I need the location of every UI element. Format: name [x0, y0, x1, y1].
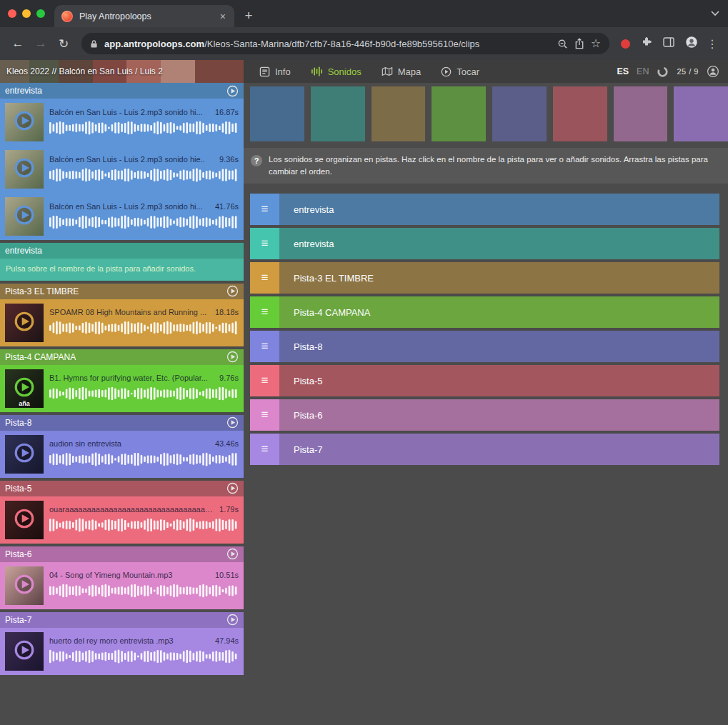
- clip-item[interactable]: 04 - Song of Yimeng Mountain.mp310.51s: [0, 562, 244, 609]
- lang-en-button[interactable]: EN: [637, 66, 649, 76]
- tab-sonidos[interactable]: Sonidos: [301, 60, 372, 83]
- track-swatch[interactable]: [432, 86, 486, 141]
- track-row-body[interactable]: entrevista: [279, 194, 719, 225]
- track-play-button[interactable]: [226, 482, 239, 494]
- clip-item[interactable]: Balcón en San Luis - Luis 2.mp3 sonido h…: [0, 146, 244, 193]
- drag-handle-icon[interactable]: ≡: [250, 296, 279, 328]
- clip-item[interactable]: ouaraaaaaaaaaaaaaaaaaaaaaaaaaaaaaaaaa...…: [0, 496, 244, 544]
- reload-button[interactable]: ↻: [53, 33, 74, 54]
- back-button[interactable]: ←: [7, 33, 29, 54]
- clip-item[interactable]: Balcón en San Luis - Luis 2.mp3 sonido h…: [0, 99, 244, 146]
- bookmark-star-icon[interactable]: ☆: [591, 38, 601, 49]
- track-row[interactable]: ≡Pista-8: [250, 331, 719, 362]
- account-icon[interactable]: [707, 65, 719, 78]
- track-row[interactable]: ≡Pista-5: [250, 365, 719, 396]
- forward-button[interactable]: →: [30, 33, 51, 54]
- track-header[interactable]: entrevista: [0, 243, 244, 259]
- track-play-button[interactable]: [226, 416, 239, 429]
- track-header[interactable]: Pista-3 EL TIMBRE: [0, 284, 244, 299]
- zoom-icon[interactable]: [557, 39, 568, 49]
- address-bar[interactable]: app.antropoloops.com/Kleos-Santa-Marina/…: [81, 33, 609, 54]
- track-header[interactable]: Pista-5: [0, 481, 244, 496]
- track-play-button[interactable]: [226, 351, 239, 363]
- track-header[interactable]: Pista-6: [0, 546, 244, 562]
- extensions-puzzle-icon[interactable]: [641, 36, 652, 51]
- sidebar-track: entrevistaBalcón en San Luis - Luis 2.mp…: [0, 83, 244, 240]
- clip-item[interactable]: huerto del rey moro entrevista .mp347.94…: [0, 628, 244, 675]
- lock-icon: [90, 39, 98, 49]
- track-row[interactable]: ≡Pista-7: [250, 434, 719, 465]
- drag-handle-icon[interactable]: ≡: [250, 228, 279, 259]
- clip-item[interactable]: audion sin entrevista43.46s: [0, 431, 244, 478]
- sidebar-track: Pista-8audion sin entrevista43.46s: [0, 415, 244, 478]
- clip-thumbnail: [5, 103, 44, 141]
- breadcrumb[interactable]: Kleos 2022 // Balcón en San Luis / Luis …: [0, 60, 244, 83]
- drag-handle-icon[interactable]: ≡: [250, 331, 279, 362]
- track-swatch[interactable]: [674, 86, 728, 141]
- track-row-label: Pista-4 CAMPANA: [279, 307, 370, 318]
- track-play-button[interactable]: [226, 614, 239, 626]
- track-row-body[interactable]: Pista-7: [279, 434, 719, 465]
- drag-handle-icon[interactable]: ≡: [250, 194, 279, 225]
- track-row-body[interactable]: Pista-3 EL TIMBRE: [279, 262, 719, 294]
- track-play-button[interactable]: [226, 285, 239, 297]
- clip-item[interactable]: SPOAMR 08 High Mountains and Running ...…: [0, 299, 244, 346]
- clip-play-icon[interactable]: [13, 109, 36, 135]
- track-header[interactable]: Pista-8: [0, 415, 244, 431]
- drag-handle-icon[interactable]: ≡: [250, 262, 279, 294]
- track-row[interactable]: ≡Pista-3 EL TIMBRE: [250, 262, 719, 294]
- tab-search-chevron-icon[interactable]: [711, 0, 719, 27]
- track-swatch[interactable]: [250, 86, 304, 141]
- profile-avatar-icon[interactable]: [685, 36, 698, 51]
- tab-close-icon[interactable]: ×: [219, 11, 227, 22]
- clip-body: huerto del rey moro entrevista .mp347.94…: [49, 636, 239, 666]
- track-row[interactable]: ≡entrevista: [250, 194, 719, 225]
- window-zoom-button[interactable]: [36, 9, 45, 18]
- clip-item[interactable]: añaB1. Hymns for purifying water, Etc. (…: [0, 365, 244, 412]
- clip-play-icon[interactable]: [13, 441, 36, 467]
- tab-tocar[interactable]: Tocar: [431, 60, 489, 83]
- track-row[interactable]: ≡Pista-4 CAMPANA: [250, 296, 719, 328]
- track-row-body[interactable]: Pista-5: [279, 365, 719, 396]
- track-swatch[interactable]: [311, 86, 365, 141]
- track-play-button[interactable]: [226, 85, 239, 97]
- share-icon[interactable]: [574, 38, 584, 49]
- drag-handle-icon[interactable]: ≡: [250, 434, 279, 465]
- clip-item[interactable]: Balcón en San Luis - Luis 2.mp3 sonido h…: [0, 193, 244, 240]
- drag-handle-icon[interactable]: ≡: [250, 399, 279, 431]
- track-row-body[interactable]: Pista-8: [279, 331, 719, 362]
- track-header[interactable]: Pista-7: [0, 612, 244, 628]
- track-row-body[interactable]: Pista-6: [279, 399, 719, 431]
- help-banner: ? Los sonidos se organizan en pistas. Ha…: [244, 148, 728, 184]
- window-minimize-button[interactable]: [22, 9, 31, 18]
- clip-play-icon[interactable]: [13, 376, 36, 401]
- browser-tab[interactable]: Play Antropoloops ×: [54, 5, 234, 27]
- window-close-button[interactable]: [8, 9, 16, 18]
- clip-play-icon[interactable]: [13, 573, 36, 599]
- new-tab-button[interactable]: +: [239, 6, 259, 26]
- side-panel-icon[interactable]: [663, 37, 674, 50]
- clip-thumbnail: aña: [5, 369, 44, 408]
- track-swatch[interactable]: [614, 86, 668, 141]
- clip-play-icon[interactable]: [13, 204, 36, 229]
- record-extension-icon[interactable]: [621, 39, 630, 49]
- browser-menu-icon[interactable]: ⋮: [704, 37, 721, 51]
- clip-play-icon[interactable]: [13, 507, 36, 533]
- track-swatch[interactable]: [372, 86, 426, 141]
- track-header[interactable]: entrevista: [0, 83, 244, 99]
- track-row[interactable]: ≡entrevista: [250, 228, 719, 259]
- track-row[interactable]: ≡Pista-6: [250, 399, 719, 431]
- clip-play-icon[interactable]: [13, 156, 36, 182]
- lang-es-button[interactable]: ES: [617, 66, 629, 76]
- track-play-button[interactable]: [226, 548, 239, 560]
- track-swatch[interactable]: [492, 86, 547, 141]
- drag-handle-icon[interactable]: ≡: [250, 365, 279, 396]
- tab-info[interactable]: Info: [249, 60, 301, 83]
- track-row-body[interactable]: entrevista: [279, 228, 719, 259]
- track-header[interactable]: Pista-4 CAMPANA: [0, 349, 244, 365]
- clip-play-icon[interactable]: [13, 639, 36, 664]
- track-swatch[interactable]: [553, 86, 607, 141]
- track-row-body[interactable]: Pista-4 CAMPANA: [279, 296, 719, 328]
- clip-play-icon[interactable]: [13, 310, 36, 336]
- tab-mapa[interactable]: Mapa: [372, 60, 432, 83]
